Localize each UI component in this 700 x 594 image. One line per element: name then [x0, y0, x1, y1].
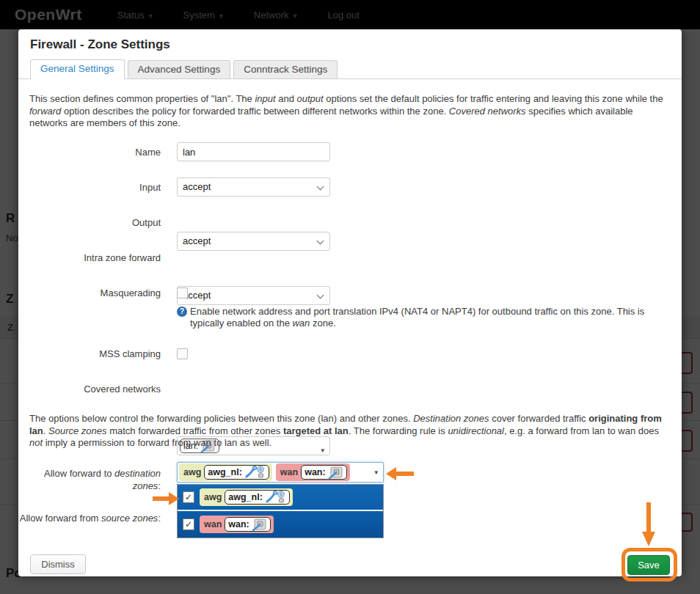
network-label: wan:	[305, 467, 325, 477]
network-box-wan: wan:	[225, 517, 270, 532]
forwarding-description: The options below control the forwarding…	[29, 413, 672, 450]
dialog-title: Firewall - Zone Settings	[30, 37, 170, 52]
masquerading-checkbox[interactable]	[177, 287, 188, 298]
zone-tag-wan[interactable]: wan wan:	[276, 463, 350, 481]
masquerading-help-text: Enable network address and port translat…	[190, 306, 648, 329]
output-policy-select[interactable]: accept	[177, 232, 330, 251]
zone-name: wan	[280, 467, 298, 477]
dropdown-caret-icon: ▾	[374, 469, 378, 476]
tab-general-settings[interactable]: General Settings	[30, 59, 125, 79]
src-zones-label: Allow forward from source zones:	[18, 512, 161, 524]
ethernet-port-icon	[252, 518, 267, 531]
dest-zones-dropdown-list: ✓ awg awg_nl:	[177, 484, 384, 538]
zone-name: awg	[204, 492, 222, 502]
section-description: This section defines common properties o…	[29, 93, 672, 130]
annotation-arrow-left	[386, 467, 415, 480]
network-label: awg_nl:	[228, 492, 263, 502]
zone-tag-wan: wan wan:	[200, 516, 274, 533]
input-policy-label: Input	[18, 182, 161, 193]
annotation-arrow-right	[153, 492, 179, 505]
zone-name: awg	[183, 467, 201, 477]
dest-zones-multiselect[interactable]: awg awg_nl: wan	[177, 462, 384, 483]
mss-clamping-checkbox[interactable]	[177, 348, 188, 359]
chevron-down-icon	[317, 183, 324, 191]
network-box-awg-nl: awg_nl:	[225, 490, 290, 505]
network-box-wan: wan:	[301, 465, 346, 480]
tunnel-globe-icon	[266, 490, 286, 505]
save-button[interactable]: Save	[627, 555, 670, 575]
input-policy-select[interactable]: accept	[177, 177, 330, 197]
masquerading-label: Masquerading	[18, 287, 161, 298]
screen: OpenWrt Status▼ System▼ Network▼ Log out…	[0, 0, 700, 594]
tab-advanced-settings[interactable]: Advanced Settings	[128, 60, 231, 78]
dropdown-option-wan[interactable]: ✓ wan wan:	[178, 511, 383, 538]
name-label: Name	[18, 147, 161, 158]
ethernet-port-icon	[329, 466, 343, 479]
dest-zones-label: Allow forward to destination zones:	[18, 467, 161, 492]
dropdown-option-awg[interactable]: ✓ awg awg_nl:	[178, 485, 383, 511]
intra-zone-forward-select[interactable]: accept	[177, 286, 330, 305]
annotation-arrow-down	[641, 502, 656, 546]
tab-bar: General Settings Advanced Settings Connt…	[18, 60, 682, 79]
output-policy-label: Output	[18, 217, 161, 228]
help-icon: ?	[177, 307, 187, 317]
input-policy-value: accept	[183, 181, 211, 192]
chevron-down-icon	[317, 292, 324, 299]
name-input[interactable]	[177, 142, 330, 161]
tab-conntrack-settings[interactable]: Conntrack Settings	[233, 60, 338, 78]
covered-networks-label: Covered networks	[18, 384, 161, 395]
tunnel-globe-icon	[245, 465, 266, 480]
dismiss-button[interactable]: Dismiss	[30, 554, 86, 574]
zone-settings-dialog: Firewall - Zone Settings General Setting…	[18, 29, 682, 576]
zone-tag-awg: awg awg_nl:	[200, 488, 293, 506]
zone-name: wan	[204, 519, 222, 529]
checkbox-checked-icon[interactable]: ✓	[183, 518, 194, 530]
network-label: awg_nl:	[208, 467, 242, 477]
checkbox-checked-icon[interactable]: ✓	[183, 491, 194, 503]
network-box-awg-nl: awg_nl:	[204, 465, 269, 480]
output-policy-value: accept	[183, 235, 211, 246]
intra-zone-forward-label: Intra zone forward	[18, 252, 161, 263]
mss-clamping-label: MSS clamping	[18, 348, 161, 359]
zone-tag-awg[interactable]: awg awg_nl:	[179, 463, 272, 481]
network-label: wan:	[228, 519, 249, 529]
chevron-down-icon	[317, 238, 324, 245]
